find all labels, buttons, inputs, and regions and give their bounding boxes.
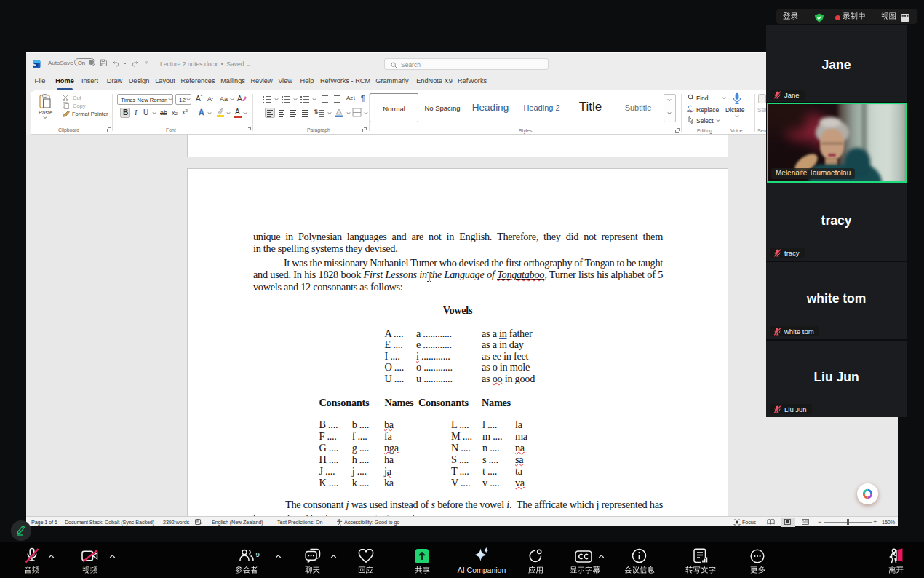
- svg-text:ab: ab: [687, 108, 692, 113]
